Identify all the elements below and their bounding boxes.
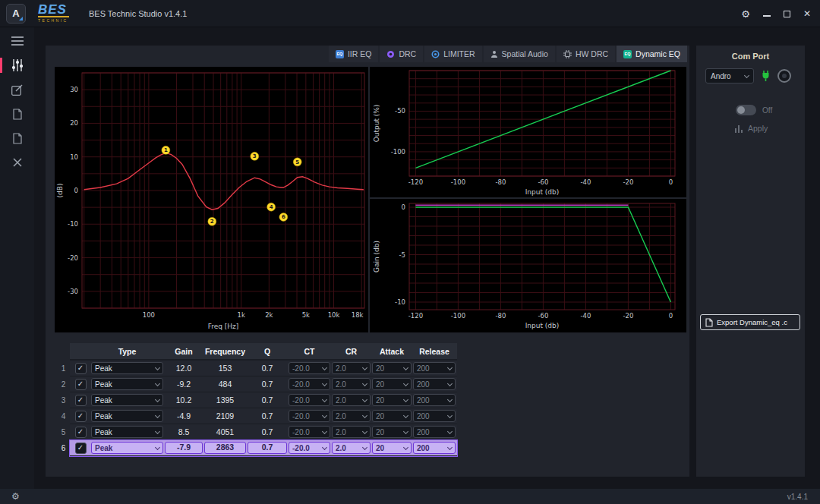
band-enabled-checkbox[interactable]: ✓ bbox=[75, 395, 87, 406]
ct-dropdown[interactable]: -20.0 bbox=[289, 362, 330, 374]
svg-text:10: 10 bbox=[70, 153, 78, 161]
connect-button[interactable] bbox=[777, 69, 791, 83]
ct-dropdown[interactable]: -20.0 bbox=[289, 378, 330, 390]
band-enabled-checkbox[interactable]: ✓ bbox=[75, 443, 87, 454]
frequency-value[interactable]: 153 bbox=[204, 364, 246, 373]
gain-value[interactable]: -4.9 bbox=[165, 411, 203, 421]
q-value[interactable]: 0.7 bbox=[248, 442, 287, 454]
tab-drc[interactable]: DRC bbox=[380, 46, 423, 62]
svg-text:2: 2 bbox=[210, 219, 214, 225]
gain-reduction-chart: -120-100-80-60-40-2000-5-10Input (db)Gai… bbox=[370, 199, 686, 332]
frequency-value[interactable]: 484 bbox=[204, 380, 246, 389]
gain-value[interactable]: 12.0 bbox=[165, 364, 203, 373]
maximize-button[interactable] bbox=[784, 11, 790, 17]
app-icon: A bbox=[6, 4, 26, 24]
type-dropdown[interactable]: Peak bbox=[91, 378, 163, 390]
eq-badge-icon: EQ bbox=[336, 50, 344, 58]
off-toggle[interactable] bbox=[736, 105, 756, 115]
sidebar-item-edit[interactable] bbox=[0, 77, 34, 102]
cr-dropdown[interactable]: 2.0 bbox=[332, 426, 371, 438]
type-dropdown[interactable]: Peak bbox=[91, 394, 163, 406]
svg-text:-80: -80 bbox=[495, 178, 506, 186]
release-dropdown[interactable]: 200 bbox=[413, 410, 456, 422]
settings-gear-icon[interactable]: ⚙ bbox=[741, 8, 750, 20]
type-dropdown[interactable]: Peak bbox=[91, 442, 163, 454]
header-attack: Attack bbox=[372, 347, 412, 356]
usb-plug-icon[interactable] bbox=[761, 70, 771, 82]
q-value[interactable]: 0.7 bbox=[248, 427, 287, 436]
attack-dropdown[interactable]: 20 bbox=[372, 426, 412, 438]
export-button[interactable]: Export Dynamic_eq .c bbox=[700, 314, 800, 330]
eq-table-row-6[interactable]: 6✓Peak-7.928630.7-20.02.020200 bbox=[57, 440, 461, 456]
cr-dropdown[interactable]: 2.0 bbox=[332, 442, 371, 454]
cr-dropdown[interactable]: 2.0 bbox=[332, 394, 371, 406]
frequency-value[interactable]: 1395 bbox=[204, 395, 246, 405]
tab-hw-drc[interactable]: HW DRC bbox=[557, 46, 615, 62]
cr-dropdown[interactable]: 2.0 bbox=[332, 362, 371, 374]
gear-icon[interactable]: ⚙ bbox=[11, 491, 20, 502]
sidebar-item-menu[interactable] bbox=[0, 29, 34, 53]
check-icon: ✓ bbox=[77, 380, 84, 388]
type-dropdown[interactable]: Peak bbox=[91, 362, 163, 374]
gain-value[interactable]: 8.5 bbox=[165, 427, 203, 436]
q-value[interactable]: 0.7 bbox=[248, 380, 287, 389]
cr-dropdown[interactable]: 2.0 bbox=[332, 410, 371, 422]
header-ct: CT bbox=[289, 347, 330, 356]
eq-table-row-2[interactable]: 2✓Peak-9.24840.7-20.02.020200 bbox=[57, 376, 461, 392]
svg-text:30: 30 bbox=[70, 86, 78, 93]
ct-dropdown[interactable]: -20.0 bbox=[289, 394, 330, 406]
bes-logo: BES TECHNIC bbox=[38, 4, 69, 23]
tab-limiter[interactable]: LIMITER bbox=[424, 46, 481, 62]
attack-dropdown[interactable]: 20 bbox=[372, 378, 412, 390]
eq-table-row-1[interactable]: 1✓Peak12.01530.7-20.02.020200 bbox=[57, 361, 461, 376]
gain-value[interactable]: 10.2 bbox=[165, 395, 203, 405]
ct-dropdown[interactable]: -20.0 bbox=[289, 426, 330, 438]
frequency-value[interactable]: 2109 bbox=[204, 411, 246, 421]
window-title: BES Technic Studio v1.4.1 bbox=[89, 9, 187, 18]
attack-dropdown[interactable]: 20 bbox=[372, 442, 412, 454]
sidebar-item-eq[interactable] bbox=[0, 53, 34, 77]
svg-text:-40: -40 bbox=[580, 312, 591, 320]
tab-dynamic-eq[interactable]: EQ Dynamic EQ bbox=[617, 46, 687, 62]
apply-button[interactable]: Apply bbox=[734, 124, 768, 133]
band-enabled-checkbox[interactable]: ✓ bbox=[75, 379, 87, 390]
release-dropdown[interactable]: 200 bbox=[413, 442, 456, 454]
ct-dropdown[interactable]: -20.0 bbox=[289, 442, 330, 454]
tab-iir-eq[interactable]: EQ IIR EQ bbox=[329, 46, 379, 62]
band-enabled-checkbox[interactable]: ✓ bbox=[75, 363, 87, 374]
band-enabled-checkbox[interactable]: ✓ bbox=[75, 411, 87, 422]
sidebar-item-file-2[interactable] bbox=[0, 126, 34, 150]
frequency-value[interactable]: 2863 bbox=[204, 442, 246, 454]
gain-value[interactable]: -7.9 bbox=[165, 442, 203, 454]
q-value[interactable]: 0.7 bbox=[248, 395, 287, 405]
attack-dropdown[interactable]: 20 bbox=[372, 362, 412, 374]
cr-dropdown[interactable]: 2.0 bbox=[332, 378, 371, 390]
close-button[interactable]: ✕ bbox=[803, 8, 811, 19]
device-dropdown[interactable]: Andro bbox=[705, 68, 754, 83]
tab-spatial-audio[interactable]: Spatial Audio bbox=[484, 46, 555, 62]
attack-dropdown[interactable]: 20 bbox=[372, 410, 412, 422]
release-dropdown[interactable]: 200 bbox=[413, 362, 456, 374]
svg-text:-120: -120 bbox=[408, 178, 423, 186]
release-dropdown[interactable]: 200 bbox=[413, 426, 456, 438]
frequency-value[interactable]: 4051 bbox=[204, 427, 246, 436]
sidebar-item-file-1[interactable] bbox=[0, 102, 34, 126]
type-dropdown[interactable]: Peak bbox=[91, 410, 163, 422]
ct-dropdown[interactable]: -20.0 bbox=[289, 410, 330, 422]
release-dropdown[interactable]: 200 bbox=[413, 378, 456, 390]
release-dropdown[interactable]: 200 bbox=[413, 394, 456, 406]
sidebar-item-close[interactable] bbox=[0, 150, 34, 175]
q-value[interactable]: 0.7 bbox=[248, 411, 287, 421]
gain-value[interactable]: -9.2 bbox=[165, 380, 203, 389]
type-dropdown[interactable]: Peak bbox=[91, 426, 163, 438]
eq-response-chart[interactable]: 1234561001k2k5k10k18k3020100-10-20-30Fre… bbox=[55, 67, 368, 332]
band-enabled-checkbox[interactable]: ✓ bbox=[75, 427, 87, 438]
chevron-down-icon bbox=[362, 444, 367, 449]
eq-table-row-4[interactable]: 4✓Peak-4.921090.7-20.02.020200 bbox=[57, 408, 461, 424]
minimize-button[interactable] bbox=[763, 15, 771, 17]
eq-table-row-3[interactable]: 3✓Peak10.213950.7-20.02.020200 bbox=[57, 392, 461, 408]
eq-table-row-5[interactable]: 5✓Peak8.540510.7-20.02.020200 bbox=[57, 424, 461, 440]
q-value[interactable]: 0.7 bbox=[248, 364, 287, 373]
attack-dropdown[interactable]: 20 bbox=[372, 394, 412, 406]
sidebar bbox=[0, 27, 34, 489]
